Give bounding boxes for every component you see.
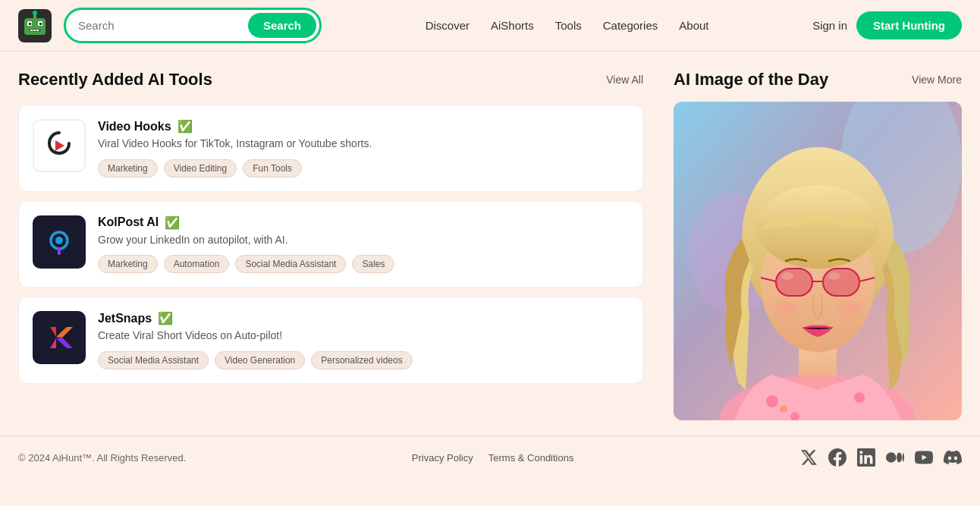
footer: © 2024 AiHunt™. All Rights Reserved. Pri…	[0, 435, 980, 479]
svg-point-32	[757, 185, 878, 269]
social-icons	[799, 448, 962, 467]
header: Search Discover AiShorts Tools Categorie…	[0, 0, 980, 52]
kolpost-icon	[42, 225, 77, 259]
tool-desc-jetsnaps: Create Viral Short Videos on Auto-pilot!	[98, 328, 629, 344]
tool-desc-kolpost: Grow your LinkedIn on autopilot, with AI…	[98, 233, 629, 248]
svg-rect-9	[36, 30, 39, 31]
tag[interactable]: Social Media Assistant	[98, 351, 209, 369]
svg-rect-1	[24, 18, 46, 35]
footer-links: Privacy Policy Terms & Conditions	[412, 452, 574, 464]
privacy-policy-link[interactable]: Privacy Policy	[412, 452, 473, 464]
search-form: Search	[64, 8, 322, 43]
tool-info-videohooks: Video Hooks ✅ Viral Video Hooks for TikT…	[98, 119, 629, 178]
left-column: Recently Added AI Tools View All Video H…	[18, 70, 643, 420]
youtube-icon[interactable]	[915, 448, 933, 467]
tag[interactable]: Video Editing	[164, 159, 237, 178]
tag[interactable]: Sales	[352, 255, 394, 273]
ai-portrait	[674, 102, 962, 420]
svg-point-35	[781, 272, 793, 280]
tool-name-row-videohooks: Video Hooks ✅	[98, 119, 629, 134]
jetsnaps-icon	[41, 319, 77, 356]
svg-rect-5	[39, 23, 42, 25]
tool-name-row-kolpost: KolPost AI ✅	[98, 215, 629, 230]
tool-logo-jetsnaps	[33, 311, 86, 364]
tags-kolpost: Marketing Automation Social Media Assist…	[98, 255, 629, 273]
verified-icon-kolpost: ✅	[165, 215, 180, 230]
tag[interactable]: Personalized videos	[311, 351, 412, 369]
svg-point-38	[833, 297, 866, 319]
svg-point-14	[55, 237, 63, 244]
search-button[interactable]: Search	[248, 13, 316, 38]
tool-info-jetsnaps: JetSnaps ✅ Create Viral Short Videos on …	[98, 311, 629, 369]
tool-logo-videohooks	[33, 119, 86, 172]
terms-conditions-link[interactable]: Terms & Conditions	[488, 452, 574, 464]
tool-name-kolpost: KolPost AI	[98, 215, 159, 229]
svg-point-27	[766, 395, 778, 407]
section-title-tools: Recently Added AI Tools	[18, 70, 212, 90]
svg-point-37	[769, 297, 803, 319]
tool-info-kolpost: KolPost AI ✅ Grow your LinkedIn on autop…	[98, 215, 629, 274]
tags-jetsnaps: Social Media Assistant Video Generation …	[98, 351, 629, 369]
tool-name-row-jetsnaps: JetSnaps ✅	[98, 311, 629, 325]
tag[interactable]: Marketing	[98, 159, 158, 178]
search-input[interactable]	[78, 19, 242, 32]
portrait-svg	[674, 102, 962, 420]
svg-rect-4	[29, 23, 31, 25]
main-nav: Discover AiShorts Tools Categories About	[334, 19, 800, 32]
tag[interactable]: Social Media Assistant	[235, 255, 346, 273]
sign-in-button[interactable]: Sign in	[812, 19, 847, 32]
tool-name-videohooks: Video Hooks	[98, 120, 171, 134]
svg-marker-12	[55, 140, 64, 151]
svg-rect-8	[33, 30, 36, 31]
ai-image-box[interactable]	[674, 102, 962, 420]
tool-card-jetsnaps[interactable]: JetSnaps ✅ Create Viral Short Videos on …	[18, 297, 643, 384]
svg-point-28	[780, 405, 787, 413]
tag[interactable]: Marketing	[98, 255, 158, 273]
facebook-icon[interactable]	[828, 448, 847, 467]
svg-point-29	[854, 392, 865, 403]
svg-rect-7	[30, 30, 33, 31]
svg-rect-34	[823, 269, 859, 296]
tool-logo-kolpost	[33, 215, 86, 269]
header-actions: Sign in Start Hunting	[812, 11, 962, 39]
ai-image-section: AI Image of the Day View More	[674, 70, 962, 420]
main-content: Recently Added AI Tools View All Video H…	[0, 52, 980, 420]
view-all-link[interactable]: View All	[606, 74, 643, 86]
twitter-icon[interactable]	[799, 448, 818, 467]
view-more-link[interactable]: View More	[912, 74, 962, 86]
tag[interactable]: Fun Tools	[243, 159, 302, 178]
start-hunting-button[interactable]: Start Hunting	[856, 11, 962, 39]
footer-copyright: © 2024 AiHunt™. All Rights Reserved.	[18, 452, 186, 464]
svg-marker-19	[56, 338, 73, 348]
svg-rect-33	[776, 269, 812, 296]
linkedin-icon[interactable]	[857, 448, 875, 467]
tags-videohooks: Marketing Video Editing Fun Tools	[98, 159, 629, 178]
svg-point-36	[828, 272, 840, 280]
tool-desc-videohooks: Viral Video Hooks for TikTok, Instagram …	[98, 137, 629, 152]
svg-marker-18	[56, 327, 73, 338]
nav-aishorts[interactable]: AiShorts	[491, 19, 534, 32]
nav-tools[interactable]: Tools	[555, 19, 582, 32]
tool-name-jetsnaps: JetSnaps	[98, 312, 152, 325]
discord-icon[interactable]	[944, 448, 962, 467]
tool-card-videohooks[interactable]: Video Hooks ✅ Viral Video Hooks for TikT…	[18, 105, 643, 192]
nav-discover[interactable]: Discover	[426, 19, 470, 32]
nav-categories[interactable]: Categories	[603, 19, 658, 32]
medium-icon[interactable]	[886, 448, 904, 467]
svg-point-11	[33, 11, 37, 15]
ai-image-header: AI Image of the Day View More	[674, 70, 962, 90]
section-header-tools: Recently Added AI Tools View All	[18, 70, 643, 90]
tag[interactable]: Automation	[164, 255, 230, 273]
right-column: AI Image of the Day View More	[674, 70, 962, 420]
verified-icon-videohooks: ✅	[177, 119, 193, 134]
logo[interactable]	[18, 9, 52, 42]
verified-icon-jetsnaps: ✅	[158, 311, 173, 325]
section-title-image: AI Image of the Day	[674, 70, 828, 90]
nav-about[interactable]: About	[679, 19, 708, 32]
tag[interactable]: Video Generation	[215, 351, 305, 369]
tool-card-kolpost[interactable]: KolPost AI ✅ Grow your LinkedIn on autop…	[18, 201, 643, 288]
svg-marker-20	[50, 338, 56, 348]
svg-rect-15	[58, 247, 61, 255]
logo-icon	[18, 9, 52, 42]
svg-marker-17	[50, 327, 56, 337]
